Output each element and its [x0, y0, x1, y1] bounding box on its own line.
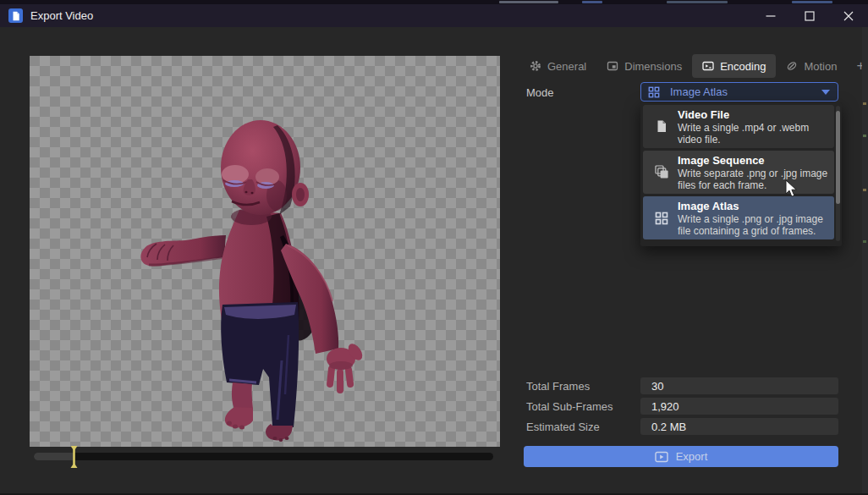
image-atlas-grid-icon [652, 212, 671, 225]
character-render [30, 56, 500, 447]
tab-dimensions[interactable]: Dimensions [596, 54, 692, 78]
chevron-down-icon [821, 90, 830, 95]
background-mark [863, 240, 866, 243]
maximize-button[interactable] [790, 4, 829, 27]
window-title: Export Video [30, 9, 93, 22]
tab-general[interactable]: General [519, 54, 596, 78]
tab-label: Dimensions [624, 60, 682, 73]
grid-icon [648, 86, 660, 98]
encoding-icon [702, 60, 714, 72]
option-image-atlas[interactable]: Image Atlas Write a single .png or .jpg … [643, 196, 834, 239]
total-frames-value: 30 [640, 377, 838, 394]
estimated-size-value: 0.2 MB [640, 418, 838, 435]
screen-play-icon [655, 451, 668, 463]
tab-motion[interactable]: Motion [776, 54, 847, 78]
option-title: Image Atlas [678, 200, 832, 212]
option-text: Image Sequence Write separate .png or .j… [678, 154, 834, 191]
motion-icon [786, 60, 798, 72]
close-button[interactable] [829, 4, 868, 27]
total-frames-label: Total Frames [526, 380, 590, 393]
option-description: Write separate .png or .jpg image files … [678, 168, 832, 191]
dropdown-scrollbar[interactable] [836, 106, 840, 241]
option-description: Write a single .png or .jpg image file c… [678, 213, 832, 237]
tab-label: General [547, 60, 586, 73]
export-video-window: Export Video [0, 0, 868, 495]
option-video-file[interactable]: Video File Write a single .mp4 or .webm … [643, 105, 834, 148]
timeline-track[interactable] [34, 453, 493, 460]
close-icon [843, 11, 854, 21]
minimize-button[interactable] [751, 4, 790, 27]
tab-label: Encoding [720, 60, 766, 73]
option-image-sequence[interactable]: Image Sequence Write separate .png or .j… [643, 151, 834, 194]
mode-label: Mode [526, 86, 554, 99]
export-button[interactable]: Export [524, 446, 838, 467]
mode-dropdown[interactable]: Image Atlas [640, 82, 838, 102]
background-app-edge [862, 27, 868, 495]
timeline-playhead[interactable] [69, 446, 79, 468]
dimensions-icon [607, 60, 618, 72]
image-sequence-icon [652, 165, 671, 179]
background-mark [863, 135, 866, 137]
option-description: Write a single .mp4 or .webm video file. [678, 122, 832, 146]
background-mark [499, 1, 558, 3]
maximize-icon [805, 11, 815, 21]
option-title: Image Sequence [678, 154, 832, 167]
option-title: Video File [678, 108, 832, 121]
tab-label: Motion [804, 60, 837, 73]
playhead-icon [69, 446, 79, 468]
app-icon [8, 8, 23, 23]
gear-icon [530, 60, 541, 72]
export-button-label: Export [676, 450, 708, 463]
total-sub-frames-value: 1,920 [640, 398, 838, 415]
titlebar[interactable]: Export Video [0, 4, 868, 27]
option-text: Video File Write a single .mp4 or .webm … [678, 108, 834, 146]
document-icon [11, 11, 21, 21]
dropdown-scrollbar-thumb[interactable] [836, 111, 840, 204]
option-text: Image Atlas Write a single .png or .jpg … [678, 200, 834, 237]
video-file-icon [652, 119, 671, 134]
window-controls [751, 4, 868, 27]
tab-bar: General Dimensions Encoding [519, 54, 868, 78]
background-mark [667, 1, 728, 3]
background-mark [863, 102, 866, 105]
timeline-progress [34, 453, 74, 460]
dialog-body: General Dimensions Encoding [0, 27, 868, 495]
mode-dropdown-list: Video File Write a single .mp4 or .webm … [640, 102, 842, 246]
background-mark [863, 189, 866, 191]
total-sub-frames-label: Total Sub-Frames [526, 400, 613, 413]
tab-encoding[interactable]: Encoding [692, 54, 776, 78]
minimize-icon [766, 11, 776, 21]
mode-selected-value: Image Atlas [670, 85, 728, 98]
video-preview [30, 56, 500, 447]
background-mark [582, 1, 602, 3]
estimated-size-label: Estimated Size [526, 421, 600, 433]
background-mark [792, 1, 832, 3]
